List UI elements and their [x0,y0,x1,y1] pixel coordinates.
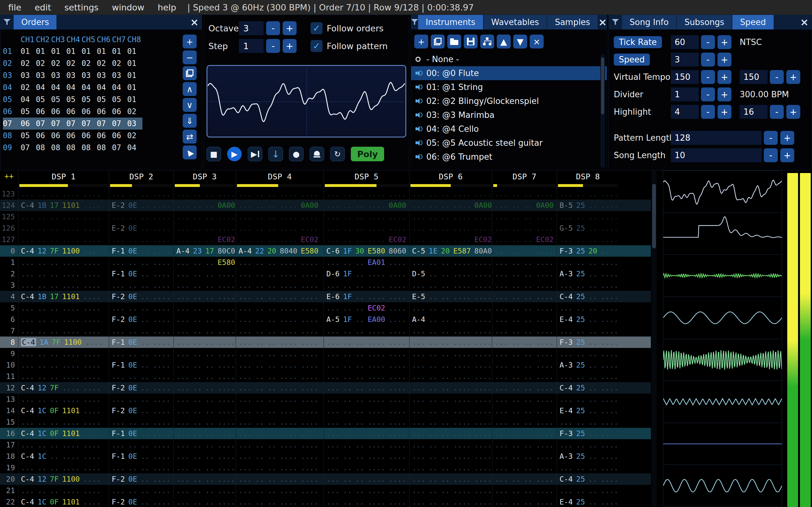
pattern-cell[interactable]: F-20E...... [109,382,173,394]
pattern-cell[interactable]: ............... [323,337,409,348]
pattern-cell[interactable]: ............... [18,416,109,428]
menu-settings[interactable]: settings [58,3,105,12]
pattern-cell[interactable]: ............... [323,439,409,451]
order-cell[interactable]: 04 [36,81,51,94]
pattern-cell[interactable]: ............... [236,371,323,382]
virtual-tempo-input[interactable]: 150 [671,70,699,84]
record-button[interactable]: ● [289,147,304,161]
delete-instrument-button[interactable]: × [530,35,544,49]
order-cell[interactable]: 02 [51,57,66,69]
order-cell[interactable]: 04 [51,81,66,94]
pattern-cell[interactable]: F-10E...... [109,428,173,439]
pattern-cell[interactable]: ........... [173,268,236,279]
pattern-cell[interactable]: ............... [409,257,492,268]
pattern-cell[interactable]: E-5............ [409,291,492,302]
pattern-cell[interactable]: .......EC02 [173,234,236,245]
pattern-cell[interactable]: ........... [173,382,236,394]
pattern-cell[interactable]: ............... [409,222,492,234]
order-cell[interactable]: 08 [97,142,112,154]
pattern-cell[interactable]: ............... [236,302,323,314]
order-cell[interactable]: 01 [66,45,82,57]
repeat-pattern-button[interactable]: ↻ [330,147,345,161]
metronome-button[interactable] [310,147,324,161]
pattern-cell[interactable]: ........... [492,314,557,325]
menu-window[interactable]: window [105,3,151,12]
pattern-cell[interactable]: ............... [323,325,409,337]
scrollbar-handle[interactable] [601,57,604,114]
pattern-cell[interactable]: ........... [492,245,557,257]
pattern-cell[interactable]: ............... [18,188,109,200]
follow-pattern-checkbox[interactable]: ✓ [310,40,322,52]
pattern-cell[interactable]: F-10E...... [109,359,173,371]
pattern-cell[interactable]: F-10E...... [109,268,173,279]
increase-button[interactable]: + [717,35,731,49]
increase-button[interactable]: + [780,131,794,145]
tab-subsongs[interactable]: Subsongs [677,15,732,30]
order-change-mode-button[interactable]: ⇄ [183,130,197,144]
pattern-cell[interactable]: ............... [409,348,492,359]
order-cell[interactable]: 02 [112,57,127,69]
pattern-cell[interactable]: ............... [323,382,409,394]
pattern-cell[interactable]: ............... [18,257,109,268]
pattern-cell[interactable]: ............... [409,337,492,348]
pattern-cell[interactable]: ........... [173,462,236,473]
move-order-down-button[interactable]: ∨ [183,98,197,112]
pattern-cell[interactable]: ............... [236,279,323,291]
order-cell[interactable]: 03 [20,69,36,81]
tick-rate-label[interactable]: Tick Rate [614,36,662,48]
octave-input[interactable]: 3 [239,21,264,35]
instrument-item[interactable]: 02: @2 Blingy/Glockenspiel [411,94,607,108]
pattern-cell[interactable]: D-61F.......... [323,268,409,279]
pattern-cell[interactable]: ............... [236,405,323,416]
pattern-cell[interactable]: G-525...... [557,222,619,234]
octave-decrease-button[interactable]: - [266,21,280,35]
pattern-cell[interactable]: ............... [236,211,323,222]
pattern-cell[interactable]: ........... [492,485,557,496]
pattern-cell[interactable]: F-10E...... [109,451,173,462]
order-cell[interactable]: 06 [82,130,97,142]
pattern-cell[interactable]: ............... [409,473,492,485]
pattern-cell[interactable]: ............... [409,325,492,337]
pattern-cell[interactable]: ........... [557,348,619,359]
window-menu-icon[interactable] [0,15,14,30]
order-cell[interactable]: 07 [51,118,66,130]
order-cell[interactable]: 03 [112,69,127,81]
order-cell[interactable]: 02 [20,57,36,69]
pattern-cell[interactable]: ........... [557,485,619,496]
pattern-cell[interactable]: ........... [173,439,236,451]
menu-file[interactable]: file [0,3,28,12]
increase-button[interactable]: + [717,70,731,84]
order-cell[interactable]: 02 [97,57,112,69]
tick-rate-input[interactable]: 60 [671,35,699,49]
pattern-cell[interactable]: ........... [109,371,173,382]
pattern-cell[interactable]: ............... [323,462,409,473]
pattern-cell[interactable]: ........... [492,257,557,268]
pattern-cell[interactable]: E-20E...... [109,222,173,234]
pattern-cell[interactable]: ............... [18,279,109,291]
order-cell[interactable]: 06 [51,106,66,118]
decrease-button[interactable]: - [770,70,784,84]
step-increase-button[interactable]: + [283,39,297,53]
pattern-cell[interactable]: ........... [109,257,173,268]
order-cell[interactable]: 01 [51,45,66,57]
pattern-cell[interactable]: C-4127F1100.... [18,245,109,257]
pattern-cell[interactable]: ............... [236,314,323,325]
pattern-cell[interactable]: ............... [409,371,492,382]
pattern-cell[interactable]: ........... [173,394,236,405]
pattern-cell[interactable]: C-41C0F1101.... [18,496,109,507]
pattern-cell[interactable]: ............... [18,314,109,325]
pattern-cell[interactable]: ............... [323,222,409,234]
increase-button[interactable]: + [717,88,731,101]
order-cell[interactable]: 04 [127,142,142,154]
pattern-cell[interactable]: ............... [323,359,409,371]
pattern-cell[interactable]: C-4127F........ [18,382,109,394]
pattern-cell[interactable]: ........... [492,222,557,234]
instrument-item[interactable]: 06: @6 Trumpet [411,150,607,164]
order-cell[interactable]: 01 [82,45,97,57]
order-cell[interactable]: 02 [82,57,97,69]
decrease-button[interactable]: - [764,148,778,162]
order-cell[interactable]: 01 [127,57,142,69]
pattern-cell[interactable]: ........... [557,234,619,245]
order-cell[interactable]: 03 [66,69,82,81]
pattern-cell[interactable]: ........... [557,371,619,382]
